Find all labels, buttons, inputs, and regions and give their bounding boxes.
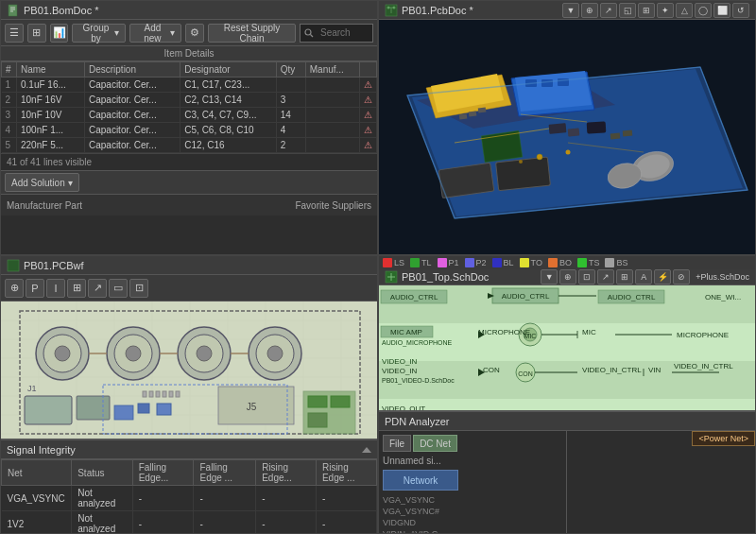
row-manufacturer [305, 138, 359, 153]
pdn-unnamed-label: Unnamed si... [383, 456, 562, 466]
svg-text:MICROPHONE: MICROPHONE [478, 328, 530, 336]
row-warn: ⚠ [360, 138, 377, 153]
layer-label: BS [616, 258, 627, 267]
pdn-tabs: File DC Net [383, 435, 562, 452]
toolbar-menu-btn[interactable]: ☰ [5, 24, 24, 43]
svg-point-70 [197, 346, 212, 361]
table-row: 4 100nF 1... Capacitor. Cer... C5, C6, C… [2, 123, 377, 138]
pcb3d-titlebar: PB01.PcbDoc * ▼ ⊕ ↗ ◱ ⊞ ✦ △ ◯ ⬜ ↺ [379, 1, 755, 20]
pdn-network-btn[interactable]: Network [383, 470, 458, 491]
col-quantity[interactable]: Qty [276, 62, 305, 78]
table-row: 3 10nF 10V Capacitor. Cer... C3, C4, C7,… [2, 108, 377, 123]
svg-point-64 [55, 346, 70, 361]
pcbwf-tool7[interactable]: ⊡ [129, 279, 148, 298]
pdn-dcnet-tab[interactable]: DC Net [413, 435, 457, 452]
svg-text:VIDEO_IN: VIDEO_IN [382, 367, 418, 375]
svg-rect-76 [143, 391, 146, 397]
pcb3d-title: PB01.PcbDoc * [402, 5, 473, 16]
row-designator: C1, C17, C23... [180, 78, 276, 93]
svg-text:VIDEO_IN_CTRL: VIDEO_IN_CTRL [674, 362, 733, 370]
pcbwf-tool6[interactable]: ▭ [109, 279, 128, 298]
power-net-badge: <Power Net> [692, 431, 755, 446]
pcb3d-tool1[interactable]: ⊕ [581, 3, 598, 18]
pcb3d-tool6[interactable]: △ [676, 3, 693, 18]
add-solution-bar: Add Solution ▾ [1, 170, 377, 195]
svg-text:MIC: MIC [582, 328, 596, 336]
bom-toolbar: ☰ ⊞ 📊 Group by ▾ Add new ▾ ⚙ Reset Suppl… [1, 20, 377, 46]
pdn-net-item[interactable]: VIDGND [383, 517, 562, 528]
pcbwf-tool5[interactable]: ↗ [88, 279, 107, 298]
add-new-btn[interactable]: Add new ▾ [129, 24, 181, 43]
sch-tool8[interactable]: ⊘ [673, 269, 690, 284]
row-manufacturer [305, 123, 359, 138]
group-by-btn[interactable]: Group by ▾ [72, 24, 126, 43]
svg-text:VIDEO_IN_CTRL: VIDEO_IN_CTRL [582, 366, 642, 374]
pdn-net-item[interactable]: VGA_VSYNC# [383, 506, 562, 517]
col-warn [360, 62, 377, 78]
layer-dot[interactable] [520, 258, 529, 267]
col-description[interactable]: Description [84, 62, 180, 78]
sch-content[interactable]: AUDIO_CTRL AUDIO_CTRL AUDIO_CTRL ONE_WI.… [379, 285, 755, 410]
col-manufacturer[interactable]: Manuf... [305, 62, 359, 78]
sch-tool6[interactable]: A [635, 269, 652, 284]
svg-point-41 [519, 160, 523, 164]
svg-rect-91 [331, 396, 350, 407]
layer-dot[interactable] [605, 258, 614, 267]
pcb3d-tool9[interactable]: ↺ [732, 3, 749, 18]
svg-point-73 [267, 346, 283, 361]
sch-tool7[interactable]: ⚡ [654, 269, 671, 284]
pcbwf-tool4[interactable]: ⊞ [67, 279, 86, 298]
svg-text:AUDIO_CTRL: AUDIO_CTRL [502, 292, 550, 301]
pcb3d-tool5[interactable]: ✦ [657, 3, 674, 18]
pcb3d-tool8[interactable]: ⬜ [713, 3, 730, 18]
layer-dot[interactable] [383, 258, 392, 267]
si-expand-btn[interactable] [362, 445, 371, 455]
pcb3d-tool3[interactable]: ◱ [619, 3, 636, 18]
layer-dot[interactable] [410, 258, 420, 267]
pcb3d-panel: PB01.PcbDoc * ▼ ⊕ ↗ ◱ ⊞ ✦ △ ◯ ⬜ ↺ [378, 0, 756, 255]
pcbwf-tool1[interactable]: ⊕ [5, 279, 24, 298]
pcbwf-tool3[interactable]: I [46, 279, 65, 298]
layer-dot[interactable] [492, 258, 502, 267]
reset-supply-btn[interactable]: Reset Supply Chain [208, 24, 296, 43]
pcbwf-toolbar: ⊕ Ρ I ⊞ ↗ ▭ ⊡ [1, 275, 377, 301]
toolbar-settings-btn[interactable]: ⚙ [185, 24, 204, 43]
row-num: 2 [2, 93, 17, 108]
item-details-header: Item Details [1, 46, 377, 61]
svg-point-4 [305, 29, 311, 35]
col-name[interactable]: Name [17, 62, 85, 78]
pcb3d-filter-btn[interactable]: ▼ [562, 3, 579, 18]
layer-dot[interactable] [548, 258, 558, 267]
layer-dot[interactable] [438, 258, 447, 267]
svg-marker-96 [362, 447, 371, 453]
col-line[interactable]: # [2, 62, 17, 78]
document-icon [7, 4, 20, 17]
search-input[interactable] [317, 24, 369, 43]
pcb3d-tool2[interactable]: ↗ [600, 3, 617, 18]
pcb3d-viewport[interactable] [379, 20, 755, 254]
pdn-file-tab[interactable]: File [383, 435, 411, 452]
pcb3d-tool4[interactable]: ⊞ [638, 3, 655, 18]
layer-dot[interactable] [577, 258, 587, 267]
toolbar-chart-btn[interactable]: 📊 [50, 24, 69, 43]
sch-tool3[interactable]: ⊡ [578, 269, 595, 284]
col-designator[interactable]: Designator [180, 62, 276, 78]
svg-rect-20 [541, 79, 553, 87]
sch-tool5[interactable]: ⊞ [616, 269, 633, 284]
sch-tool4[interactable]: ↗ [597, 269, 614, 284]
layer-dot[interactable] [465, 258, 474, 267]
svg-rect-78 [156, 391, 160, 397]
pcbwf-tool2[interactable]: Ρ [26, 279, 44, 298]
add-solution-btn[interactable]: Add Solution ▾ [5, 173, 79, 192]
toolbar-view-btn[interactable]: ⊞ [27, 24, 46, 43]
bom-bottom-bar: Manufacturer Part Favorite Suppliers [1, 195, 377, 215]
pdn-net-item[interactable]: VGA_VSYNC [383, 494, 562, 506]
si-table-row: 1V2Not analyzed---- [2, 511, 377, 535]
sch-tool2[interactable]: ⊕ [559, 269, 576, 284]
row-warn: ⚠ [360, 78, 377, 93]
sch-tool1[interactable]: ▼ [541, 269, 558, 284]
svg-text:PB01_VIDEO-D.SchDoc: PB01_VIDEO-D.SchDoc [382, 377, 455, 385]
pdn-net-item[interactable]: VIDIN_AVID C... [383, 528, 562, 534]
pcb3d-tool7[interactable]: ◯ [695, 3, 712, 18]
si-col-header: Falling Edge... [132, 460, 194, 486]
